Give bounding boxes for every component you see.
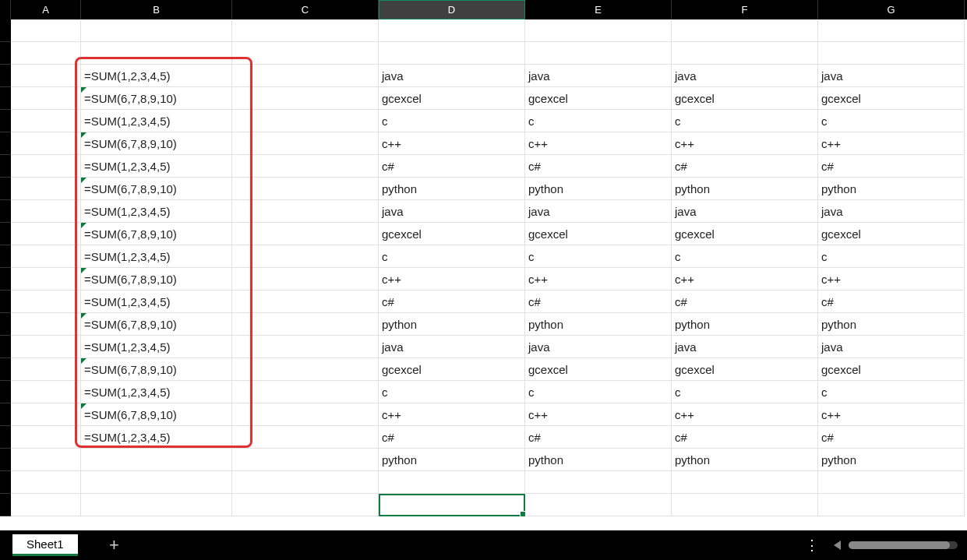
cell-E18[interactable]: c++ <box>525 403 672 426</box>
cell-G19[interactable]: c# <box>818 426 965 449</box>
cell-G6[interactable]: c++ <box>818 132 965 155</box>
cell-B2[interactable] <box>81 42 232 65</box>
add-sheet-button[interactable]: + <box>104 535 125 555</box>
cell-F16[interactable]: gcexcel <box>672 358 818 381</box>
cell-F11[interactable]: c <box>672 245 818 268</box>
tab-scrollbar-thumb[interactable] <box>849 541 950 549</box>
cell-G15[interactable]: java <box>818 336 965 358</box>
cell-B16[interactable]: =SUM(6,7,8,9,10) <box>81 358 232 381</box>
cell-F19[interactable]: c# <box>672 426 818 449</box>
cell-F8[interactable]: python <box>672 178 818 200</box>
row-header[interactable] <box>0 291 11 313</box>
row-header[interactable] <box>0 19 11 42</box>
row-header[interactable] <box>0 268 11 291</box>
cell-E4[interactable]: gcexcel <box>525 87 672 110</box>
cell-E15[interactable]: java <box>525 336 672 358</box>
row-header[interactable] <box>0 200 11 223</box>
cell-E17[interactable]: c <box>525 381 672 403</box>
cell-D22[interactable] <box>379 494 525 516</box>
cell-C18[interactable] <box>232 403 379 426</box>
cell-B5[interactable]: =SUM(1,2,3,4,5) <box>81 110 232 132</box>
cell-A12[interactable] <box>11 268 81 291</box>
cell-B21[interactable] <box>81 471 232 494</box>
cell-G18[interactable]: c++ <box>818 403 965 426</box>
cell-E13[interactable]: c# <box>525 291 672 313</box>
tab-scroll-left-button[interactable] <box>834 541 841 550</box>
cell-D12[interactable]: c++ <box>379 268 525 291</box>
cell-G2[interactable] <box>818 42 965 65</box>
cell-C9[interactable] <box>232 200 379 223</box>
cell-B7[interactable]: =SUM(1,2,3,4,5) <box>81 155 232 178</box>
cell-F21[interactable] <box>672 471 818 494</box>
cell-D16[interactable]: gcexcel <box>379 358 525 381</box>
cell-G20[interactable]: python <box>818 449 965 471</box>
cell-D13[interactable]: c# <box>379 291 525 313</box>
cell-D7[interactable]: c# <box>379 155 525 178</box>
cell-G12[interactable]: c++ <box>818 268 965 291</box>
cell-D14[interactable]: python <box>379 313 525 336</box>
row-header[interactable] <box>0 313 11 336</box>
cell-D15[interactable]: java <box>379 336 525 358</box>
cell-E1[interactable] <box>525 19 672 42</box>
cell-E16[interactable]: gcexcel <box>525 358 672 381</box>
cell-A9[interactable] <box>11 200 81 223</box>
cell-F18[interactable]: c++ <box>672 403 818 426</box>
row-header[interactable] <box>0 358 11 381</box>
cell-B6[interactable]: =SUM(6,7,8,9,10) <box>81 132 232 155</box>
row-header[interactable] <box>0 426 11 449</box>
cell-C15[interactable] <box>232 336 379 358</box>
cell-F14[interactable]: python <box>672 313 818 336</box>
cell-B12[interactable]: =SUM(6,7,8,9,10) <box>81 268 232 291</box>
cell-D10[interactable]: gcexcel <box>379 223 525 245</box>
row-header[interactable] <box>0 110 11 132</box>
cell-E6[interactable]: c++ <box>525 132 672 155</box>
cell-B10[interactable]: =SUM(6,7,8,9,10) <box>81 223 232 245</box>
cell-C22[interactable] <box>232 494 379 516</box>
cell-D3[interactable]: java <box>379 65 525 87</box>
cell-A3[interactable] <box>11 65 81 87</box>
column-header-e[interactable]: E <box>525 0 672 19</box>
cell-A21[interactable] <box>11 471 81 494</box>
cell-E12[interactable]: c++ <box>525 268 672 291</box>
row-header[interactable] <box>0 155 11 178</box>
cell-D21[interactable] <box>379 471 525 494</box>
cell-G13[interactable]: c# <box>818 291 965 313</box>
cell-F5[interactable]: c <box>672 110 818 132</box>
column-header-a[interactable]: A <box>11 0 81 19</box>
cell-D4[interactable]: gcexcel <box>379 87 525 110</box>
cell-C16[interactable] <box>232 358 379 381</box>
cell-C19[interactable] <box>232 426 379 449</box>
cell-F17[interactable]: c <box>672 381 818 403</box>
cell-G3[interactable]: java <box>818 65 965 87</box>
cell-G21[interactable] <box>818 471 965 494</box>
cell-B19[interactable]: =SUM(1,2,3,4,5) <box>81 426 232 449</box>
row-header[interactable] <box>0 336 11 358</box>
cell-B1[interactable] <box>81 19 232 42</box>
column-header-d[interactable]: D <box>379 0 525 19</box>
cell-D20[interactable]: python <box>379 449 525 471</box>
cell-F10[interactable]: gcexcel <box>672 223 818 245</box>
row-header[interactable] <box>0 132 11 155</box>
cell-C20[interactable] <box>232 449 379 471</box>
cell-B15[interactable]: =SUM(1,2,3,4,5) <box>81 336 232 358</box>
cell-C5[interactable] <box>232 110 379 132</box>
column-header-g[interactable]: G <box>818 0 965 19</box>
cell-A1[interactable] <box>11 19 81 42</box>
cell-F13[interactable]: c# <box>672 291 818 313</box>
cell-A2[interactable] <box>11 42 81 65</box>
cell-F15[interactable]: java <box>672 336 818 358</box>
cell-G22[interactable] <box>818 494 965 516</box>
cell-G10[interactable]: gcexcel <box>818 223 965 245</box>
cell-D18[interactable]: c++ <box>379 403 525 426</box>
cell-A4[interactable] <box>11 87 81 110</box>
cell-E22[interactable] <box>525 494 672 516</box>
cell-F7[interactable]: c# <box>672 155 818 178</box>
row-header[interactable] <box>0 42 11 65</box>
cell-F1[interactable] <box>672 19 818 42</box>
cell-B18[interactable]: =SUM(6,7,8,9,10) <box>81 403 232 426</box>
row-header[interactable] <box>0 381 11 403</box>
tab-options-button[interactable]: ⋮ <box>805 537 820 554</box>
row-header[interactable] <box>0 494 11 516</box>
cell-D17[interactable]: c <box>379 381 525 403</box>
cell-B22[interactable] <box>81 494 232 516</box>
